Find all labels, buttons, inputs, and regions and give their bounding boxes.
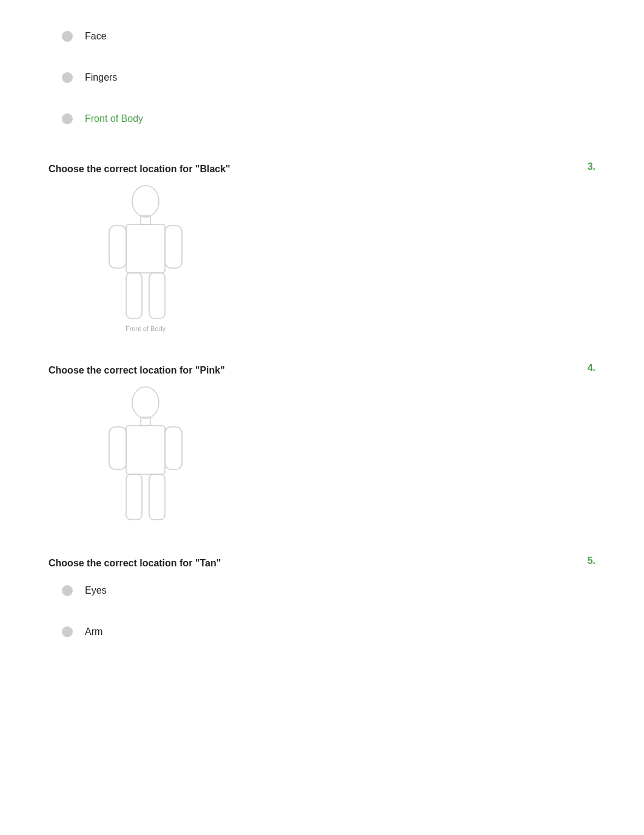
page-container: Face Fingers Front of Body 3. Choose the… bbox=[0, 0, 644, 699]
image-caption-q3: Front of Body bbox=[126, 325, 166, 332]
body-svg-q3 bbox=[85, 184, 206, 324]
question-number-4: 4. bbox=[588, 363, 595, 374]
radio-icon bbox=[62, 113, 73, 124]
svg-rect-2 bbox=[126, 224, 165, 273]
list-item[interactable]: Face bbox=[85, 24, 595, 49]
svg-rect-9 bbox=[126, 426, 165, 474]
radio-icon bbox=[62, 31, 73, 42]
svg-rect-10 bbox=[109, 427, 126, 469]
body-svg-q4 bbox=[85, 386, 206, 525]
answer-text: Fingers bbox=[85, 72, 117, 83]
question-block-2: Face Fingers Front of Body bbox=[49, 24, 595, 131]
question-prompt-5: Choose the correct location for "Tan" bbox=[49, 555, 595, 569]
svg-rect-5 bbox=[126, 273, 142, 318]
svg-rect-12 bbox=[126, 474, 142, 520]
list-item[interactable]: Front of Body bbox=[85, 107, 595, 131]
radio-icon bbox=[62, 72, 73, 83]
svg-point-7 bbox=[132, 387, 159, 418]
answer-text: Face bbox=[85, 31, 107, 42]
question-block-4: 4. Choose the correct location for "Pink… bbox=[49, 363, 595, 525]
list-item[interactable]: Eyes bbox=[85, 578, 595, 603]
radio-icon bbox=[62, 626, 73, 637]
answer-list-q2: Face Fingers Front of Body bbox=[49, 24, 595, 131]
answer-list-q5: Eyes Arm bbox=[49, 578, 595, 644]
answer-text: Arm bbox=[85, 626, 102, 637]
question-prompt-4: Choose the correct location for "Pink" bbox=[49, 363, 595, 376]
body-image-q3: Front of Body bbox=[85, 184, 206, 332]
list-item[interactable]: Fingers bbox=[85, 65, 595, 90]
svg-rect-6 bbox=[149, 273, 165, 318]
svg-rect-3 bbox=[109, 226, 126, 268]
svg-rect-11 bbox=[165, 427, 182, 469]
question-number-5: 5. bbox=[588, 555, 595, 566]
question-block-5: 5. Choose the correct location for "Tan"… bbox=[49, 555, 595, 644]
question-number-3: 3. bbox=[588, 161, 595, 172]
list-item[interactable]: Arm bbox=[85, 620, 595, 644]
question-block-3: 3. Choose the correct location for "Blac… bbox=[49, 161, 595, 332]
svg-rect-13 bbox=[149, 474, 165, 520]
svg-point-0 bbox=[132, 186, 159, 217]
radio-icon bbox=[62, 585, 73, 596]
answer-text: Eyes bbox=[85, 585, 107, 596]
question-prompt-3: Choose the correct location for "Black" bbox=[49, 161, 595, 175]
answer-text-correct: Front of Body bbox=[85, 113, 143, 124]
svg-rect-4 bbox=[165, 226, 182, 268]
